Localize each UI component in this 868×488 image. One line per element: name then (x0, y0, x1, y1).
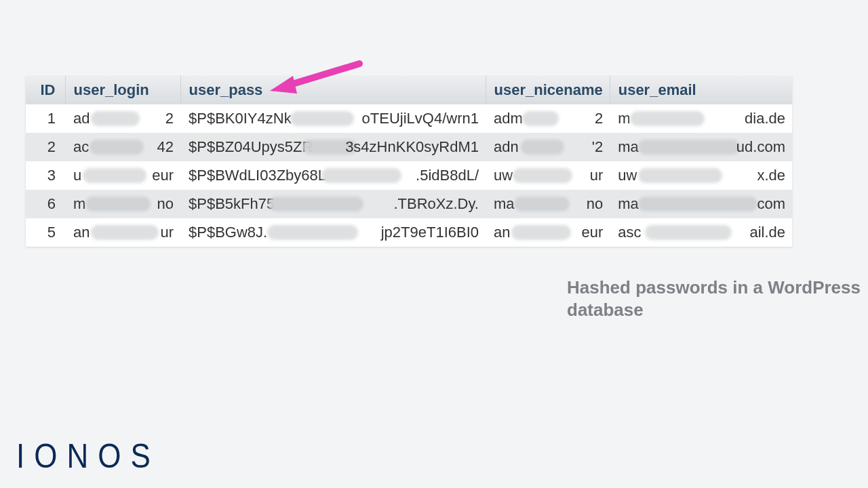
db-table-container: ID user_login user_pass user_nicename us… (26, 76, 792, 247)
cell-id: 3 (26, 161, 65, 190)
cell-id: 6 (26, 190, 65, 218)
cell-email: uwx.de (610, 161, 792, 190)
th-nice: user_nicename (486, 76, 610, 104)
cell-login: ueur (65, 161, 180, 190)
cell-login: ad2 (65, 104, 180, 133)
table-row: 3ueur$P$BWdLI03Zby68L.5idB8dL/uwuruwx.de (26, 161, 792, 190)
cell-nice: uwur (486, 161, 610, 190)
th-id: ID (26, 76, 65, 104)
cell-email: maud.com (610, 133, 792, 161)
cell-email: macom (610, 190, 792, 218)
table-row: 2ac42$P$BZ04Upys5ZR3s4zHnKK0syRdM1adn'2m… (26, 133, 792, 161)
cell-nice: adm2 (486, 104, 610, 133)
cell-id: 2 (26, 133, 65, 161)
cell-nice: aneur (486, 218, 610, 247)
cell-email: mdia.de (610, 104, 792, 133)
th-login: user_login (65, 76, 180, 104)
table-row: 5anur$P$BGw8J.jp2T9eT1I6BI0aneurascail.d… (26, 218, 792, 247)
cell-nice: adn'2 (486, 133, 610, 161)
cell-login: ac42 (65, 133, 180, 161)
cell-pass: $P$B5kFh75.TBRoXz.Dy. (180, 190, 486, 218)
table-row: 6mno$P$B5kFh75.TBRoXz.Dy.manomacom (26, 190, 792, 218)
cell-pass: $P$BWdLI03Zby68L.5idB8dL/ (180, 161, 486, 190)
cell-pass: $P$BZ04Upys5ZR3s4zHnKK0syRdM1 (180, 133, 486, 161)
cell-nice: mano (486, 190, 610, 218)
ionos-logo: IONOS (16, 436, 160, 476)
cell-login: mno (65, 190, 180, 218)
cell-login: anur (65, 218, 180, 247)
cell-pass: $P$BK0IY4zNkoTEUjiLvQ4/wrn1 (180, 104, 486, 133)
caption-text: Hashed passwords in a WordPress database (567, 277, 868, 321)
cell-email: ascail.de (610, 218, 792, 247)
table-header-row: ID user_login user_pass user_nicename us… (26, 76, 792, 104)
cell-id: 5 (26, 218, 65, 247)
users-table: ID user_login user_pass user_nicename us… (26, 76, 792, 247)
th-email: user_email (610, 76, 792, 104)
table-row: 1ad2$P$BK0IY4zNkoTEUjiLvQ4/wrn1adm2mdia.… (26, 104, 792, 133)
th-pass: user_pass (180, 76, 486, 104)
cell-pass: $P$BGw8J.jp2T9eT1I6BI0 (180, 218, 486, 247)
cell-id: 1 (26, 104, 65, 133)
